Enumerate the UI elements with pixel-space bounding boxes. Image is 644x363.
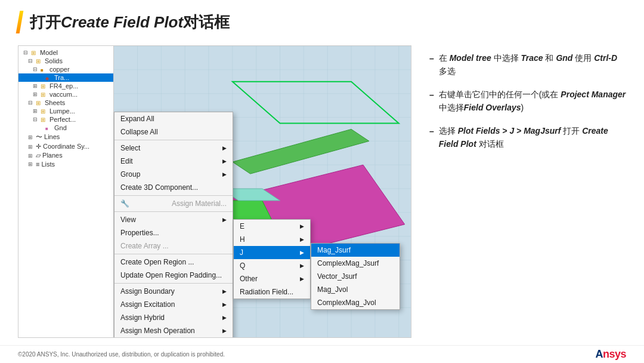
menu-arrow: ▶ <box>300 263 304 269</box>
submenu-radiation[interactable]: Radiation Field... <box>234 285 310 299</box>
tree-item-coord[interactable]: ⊞ ✛ Coordinate Sy... <box>18 142 113 151</box>
menu-arrow: ▶ <box>300 223 304 229</box>
submenu-j-options: Mag_Jsurf ComplexMag_Jsurf Vector_Jsurf … <box>311 243 400 310</box>
submenu-mag-jsurf[interactable]: Mag_Jsurf <box>311 244 400 257</box>
tree-item-lines[interactable]: ⊞ 〜 Lines <box>18 132 113 142</box>
menu-sep-3 <box>114 211 233 212</box>
submenu-q[interactable]: Q ▶ <box>234 259 310 272</box>
assign-material-icon: 🔧 <box>120 199 129 208</box>
tree-item-perfect[interactable]: ⊟ Perfect... <box>18 115 113 124</box>
tree-panel: ⊟ Model ⊟ Solids ⊟ copper Tra... ⊞ <box>18 46 114 337</box>
menu-update-open-region[interactable]: Update Open Region Padding... <box>114 269 233 282</box>
footer-copyright: ©2020 ANSYS, Inc. Unauthorized use, dist… <box>18 351 225 358</box>
ansys-logo-text: A <box>595 348 603 360</box>
screenshot-area: ⊟ Model ⊟ Solids ⊟ copper Tra... ⊞ <box>18 45 411 338</box>
em-plot-fields-path: Plot Fields > J > MagJsurf <box>458 126 561 136</box>
tree-item-fr4[interactable]: ⊞ FR4_ep... <box>18 82 113 90</box>
submenu-plot-fields: E ▶ H ▶ J ▶ Q ▶ Other ▶ Radiation Field.… <box>233 219 311 299</box>
menu-arrow: ▶ <box>222 302 227 307</box>
footer: ©2020 ANSYS, Inc. Unauthorized use, dist… <box>0 345 644 363</box>
menu-sep-2 <box>114 195 233 196</box>
em-field-overlays: Field Overlays <box>464 103 521 112</box>
menu-collapse-all[interactable]: Collapse All <box>114 125 233 139</box>
em-ctrl-d: Ctrl-D <box>594 53 617 63</box>
tree-item-trace[interactable]: Tra... <box>18 73 113 82</box>
header: 打开Create Field Plot对话框 <box>0 0 644 39</box>
bullet-item-2: 右键单击它们中的任何一个(或在 Project Manager中选择Field … <box>423 88 626 115</box>
tree-item-gnd[interactable]: Gnd <box>18 124 113 132</box>
menu-sep-5 <box>114 283 233 284</box>
submenu-mag-jvol[interactable]: Mag_Jvol <box>311 283 400 296</box>
menu-arrow: ▶ <box>222 217 227 223</box>
menu-assign-mesh[interactable]: Assign Mesh Operation ▶ <box>114 324 233 337</box>
menu-select[interactable]: Select ▶ <box>114 141 233 155</box>
right-panel: 在 Model tree 中选择 Trace 和 Gnd 使用 Ctrl-D 多… <box>423 45 626 338</box>
menu-assign-hybrid[interactable]: Assign Hybrid ▶ <box>114 311 233 324</box>
tree-item-sheets[interactable]: ⊟ Sheets <box>18 99 113 107</box>
menu-arrow: ▶ <box>222 315 227 321</box>
menu-edit[interactable]: Edit ▶ <box>114 155 233 168</box>
em-project-manager: Project Manager <box>561 90 626 99</box>
menu-expand-all[interactable]: Expand All <box>114 112 233 125</box>
menu-arrow: ▶ <box>300 250 304 256</box>
tree-item-solids[interactable]: ⊟ Solids <box>18 57 113 65</box>
menu-assign-material: 🔧 Assign Material... <box>114 197 233 210</box>
menu-assign-boundary[interactable]: Assign Boundary ▶ <box>114 285 233 298</box>
submenu-complexmag-jvol[interactable]: ComplexMag_Jvol <box>311 296 400 309</box>
menu-assign-excitation[interactable]: Assign Excitation ▶ <box>114 298 233 311</box>
submenu-j[interactable]: J ▶ <box>234 246 310 259</box>
tree-item-lists[interactable]: ⊞ ≡ Lists <box>18 160 113 168</box>
tree-item-lumped[interactable]: ⊞ Lumpe... <box>18 107 113 115</box>
submenu-complexmag-jsurf[interactable]: ComplexMag_Jsurf <box>311 257 400 270</box>
menu-create-3d[interactable]: Create 3D Component... <box>114 181 233 194</box>
bullet-list: 在 Model tree 中选择 Trace 和 Gnd 使用 Ctrl-D 多… <box>423 51 626 150</box>
em-gnd: Gnd <box>556 53 572 63</box>
menu-arrow: ▶ <box>300 276 304 282</box>
menu-create-open-region[interactable]: Create Open Region ... <box>114 256 233 269</box>
em-trace: Trace <box>521 53 543 63</box>
tree-item-vacuum[interactable]: ⊞ vaccum... <box>18 90 113 99</box>
menu-arrow: ▶ <box>222 288 227 294</box>
menu-properties[interactable]: Properties... <box>114 226 233 239</box>
menu-arrow: ▶ <box>300 236 304 242</box>
menu-sep-1 <box>114 140 233 140</box>
menu-create-array: Create Array ... <box>114 239 233 253</box>
page-title: 打开Create Field Plot对话框 <box>30 12 230 33</box>
main-content: ⊟ Model ⊟ Solids ⊟ copper Tra... ⊞ <box>0 39 644 338</box>
ansys-logo: Ansys <box>595 348 626 361</box>
tree-item-copper[interactable]: ⊟ copper <box>18 65 113 73</box>
submenu-h[interactable]: H ▶ <box>234 233 310 246</box>
menu-arrow: ▶ <box>222 145 227 151</box>
menu-arrow: ▶ <box>222 171 227 177</box>
menu-arrow: ▶ <box>222 328 227 334</box>
menu-view[interactable]: View ▶ <box>114 213 233 226</box>
header-accent <box>16 11 24 33</box>
menu-sep-4 <box>114 254 233 254</box>
tree-item-planes[interactable]: ⊞ ▱ Planes <box>18 151 113 160</box>
bullet-item-3: 选择 Plot Fields > J > MagJsurf 打开 Create … <box>423 124 626 151</box>
submenu-other[interactable]: Other ▶ <box>234 272 310 285</box>
menu-group[interactable]: Group ▶ <box>114 168 233 181</box>
menu-arrow: ▶ <box>222 158 227 164</box>
context-menu: Expand All Collapse All Select ▶ Edit ▶ … <box>114 112 233 338</box>
tree-item-model[interactable]: ⊟ Model <box>18 48 113 57</box>
submenu-vector-jsurf[interactable]: Vector_Jsurf <box>311 270 400 283</box>
em-model-tree: Model tree <box>450 53 491 63</box>
bullet-item-1: 在 Model tree 中选择 Trace 和 Gnd 使用 Ctrl-D 多… <box>423 51 626 78</box>
submenu-e[interactable]: E ▶ <box>234 220 310 233</box>
